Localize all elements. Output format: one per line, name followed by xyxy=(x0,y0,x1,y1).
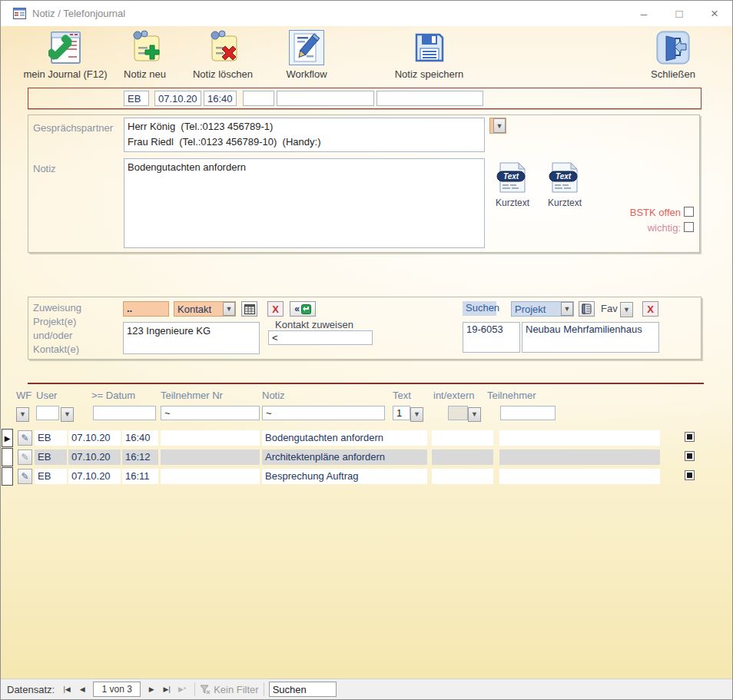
kontakt-filter-field[interactable] xyxy=(268,330,373,345)
kurztext-label-1: Kurztext xyxy=(496,197,529,208)
filter-text-combo[interactable]: ▼ xyxy=(410,406,423,420)
fav-combo[interactable]: ▼ xyxy=(620,301,633,317)
edit-pencil-button[interactable]: ✎ xyxy=(18,450,32,465)
workflow-button[interactable]: Workflow xyxy=(282,30,331,80)
row-checkbox[interactable] xyxy=(685,432,695,442)
row-teilnehmernr-cell[interactable] xyxy=(161,450,260,465)
divider-line xyxy=(28,383,704,384)
chevron-down-icon: ▼ xyxy=(61,407,74,422)
notiz-speichern-label: Notiz speichern xyxy=(395,68,464,80)
header-time-field[interactable] xyxy=(204,91,237,106)
row-teilnehmernr-cell[interactable] xyxy=(161,469,260,484)
projekt-combo-value: Projekt xyxy=(512,304,561,315)
row-checkbox[interactable] xyxy=(685,451,695,461)
suchen-label[interactable]: Suchen xyxy=(463,301,496,316)
row-note-cell[interactable]: Architektenpläne anfordern xyxy=(262,450,427,465)
gespraechspartner-combo[interactable]: ▼ xyxy=(489,118,506,134)
new-record-button[interactable]: ▶* xyxy=(174,682,190,697)
row-date-cell[interactable]: 07.10.20 xyxy=(68,430,121,446)
header-user-field[interactable] xyxy=(124,91,149,106)
row-teilnehmernr-cell[interactable] xyxy=(161,430,260,446)
text-doc-icon: Text xyxy=(496,161,529,194)
row-date-cell[interactable]: 07.10.20 xyxy=(68,450,121,465)
kontakt-zuweisen-label: Kontakt zuweisen xyxy=(275,319,353,330)
chevron-down-icon: ▼ xyxy=(561,302,573,316)
row-text-cell[interactable] xyxy=(432,469,493,484)
row-user-cell[interactable]: EB xyxy=(35,430,67,446)
chevron-down-icon: ▼ xyxy=(410,407,423,422)
x-icon: X xyxy=(272,304,279,315)
kontakt-liste-button[interactable] xyxy=(241,301,257,317)
row-checkbox[interactable] xyxy=(685,470,695,480)
kontakt-clear-button[interactable]: X xyxy=(267,301,284,317)
notiz-loeschen-label: Notiz löschen xyxy=(193,68,253,80)
close-button[interactable]: × xyxy=(697,1,732,26)
notiz-speichern-button[interactable]: Notiz speichern xyxy=(385,30,473,80)
schliessen-button[interactable]: Schließen xyxy=(646,30,700,80)
previous-record-button[interactable]: ◀ xyxy=(75,682,90,697)
row-note-cell[interactable]: Besprechung Auftrag xyxy=(262,469,427,484)
gespraechspartner-field[interactable]: Herr König (Tel.:0123 456789-1) Frau Rie… xyxy=(124,118,485,152)
maximize-button[interactable]: □ xyxy=(662,1,697,26)
row-user-cell[interactable]: EB xyxy=(35,469,67,484)
row-text-cell[interactable] xyxy=(432,450,493,465)
projekt-nr-field[interactable]: 19-6053 xyxy=(463,322,520,353)
kontakt-combo-value: Kontakt xyxy=(174,304,223,315)
row-note-cell[interactable]: Bodengutachten anfordern xyxy=(262,430,427,446)
kontakt-zuweisen-button[interactable]: « xyxy=(290,301,316,317)
notiz-loeschen-button[interactable]: Notiz löschen xyxy=(187,30,258,80)
filter-intextern-combo[interactable]: ▼ xyxy=(468,406,481,420)
row-selector[interactable]: ▶ xyxy=(2,429,13,447)
first-record-button[interactable]: |◀ xyxy=(59,682,75,697)
row-text-cell[interactable] xyxy=(432,430,493,446)
edit-pencil-button[interactable]: ✎ xyxy=(18,469,32,484)
row-time-cell[interactable]: 16:40 xyxy=(122,430,158,446)
filter-user-combo[interactable]: ▼ xyxy=(61,406,74,420)
filter-notiz-label: Notiz xyxy=(262,390,285,401)
wichtig-checkbox[interactable] xyxy=(684,222,694,232)
row-date-cell[interactable]: 07.10.20 xyxy=(68,469,121,484)
next-record-button[interactable]: ▶ xyxy=(144,682,159,697)
filter-datum-field[interactable] xyxy=(93,406,156,420)
notiz-field[interactable]: Bodengutachten anfordern xyxy=(124,158,485,248)
header-empty-field-3[interactable] xyxy=(376,91,483,106)
filter-text-field[interactable] xyxy=(393,406,410,420)
kontakt-field[interactable]: 123 Ingenieure KG xyxy=(123,322,260,354)
bstk-offen-checkbox[interactable] xyxy=(684,207,694,217)
bstk-offen-label: BSTK offen xyxy=(619,207,681,218)
header-empty-field-1[interactable] xyxy=(243,91,274,106)
record-position[interactable]: 1 von 3 xyxy=(93,682,141,697)
filter-teilnehmer-field[interactable] xyxy=(500,406,556,420)
row-teilnehmer-cell[interactable] xyxy=(499,450,660,465)
projekt-clear-button[interactable]: X xyxy=(642,301,658,317)
row-time-cell[interactable]: 16:11 xyxy=(122,469,158,484)
projekt-name-field[interactable]: Neubau Mehrfamilienhaus xyxy=(522,322,659,353)
kurztext-button-1[interactable]: Text Kurztext xyxy=(496,161,529,208)
record-search-input[interactable] xyxy=(269,682,337,697)
filter-teilnehmernr-field[interactable] xyxy=(161,406,260,420)
projekt-combo[interactable]: Projekt ▼ xyxy=(511,301,574,317)
last-record-button[interactable]: ▶| xyxy=(159,682,174,697)
projekt-buch-button[interactable] xyxy=(579,301,595,317)
row-teilnehmer-cell[interactable] xyxy=(499,430,660,446)
mein-journal-button[interactable]: mein Journal (F12) xyxy=(12,30,119,80)
filter-intextern-field[interactable] xyxy=(448,406,468,420)
row-teilnehmer-cell[interactable] xyxy=(499,469,660,484)
row-time-cell[interactable]: 16:12 xyxy=(122,450,158,465)
kurztext-button-2[interactable]: Text Kurztext xyxy=(548,161,582,208)
filter-wf-combo[interactable]: ▼ xyxy=(16,406,29,420)
filter-notiz-field[interactable] xyxy=(262,406,385,420)
header-empty-field-2[interactable] xyxy=(277,91,374,106)
filter-user-field[interactable] xyxy=(36,406,59,420)
kontakt-combo[interactable]: Kontakt ▼ xyxy=(174,301,236,317)
row-user-cell[interactable]: EB xyxy=(35,450,67,465)
header-date-field[interactable] xyxy=(154,91,201,106)
chevron-down-icon: ▼ xyxy=(16,407,29,422)
dots-field[interactable]: .. xyxy=(123,301,169,317)
minimize-button[interactable]: – xyxy=(626,1,662,26)
notiz-neu-button[interactable]: Notiz neu xyxy=(116,30,174,80)
row-selector[interactable] xyxy=(2,467,13,486)
edit-pencil-button[interactable]: ✎ xyxy=(18,430,32,446)
row-selector[interactable] xyxy=(2,448,13,466)
kein-filter-label[interactable]: Kein Filter xyxy=(214,684,259,695)
